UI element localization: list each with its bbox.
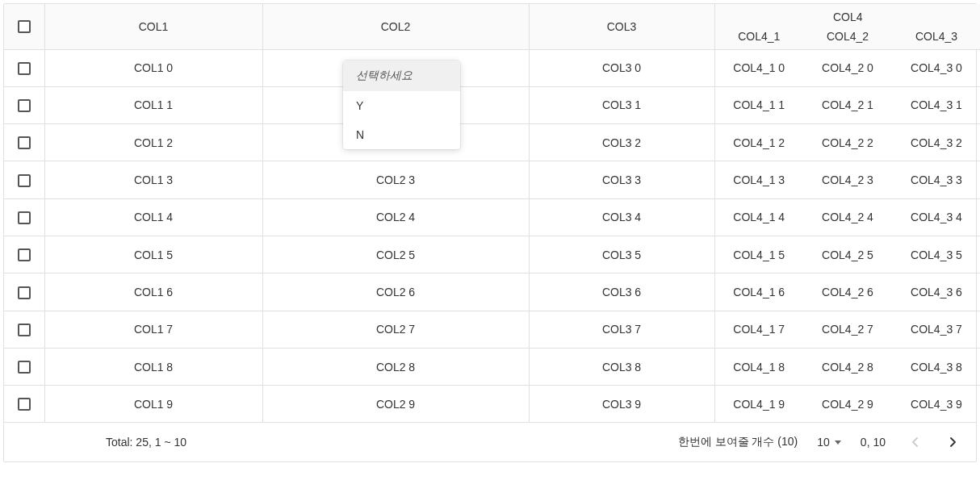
cell-col3: COL3 3 bbox=[529, 161, 714, 198]
cell-col2: COL2 3 bbox=[262, 161, 529, 198]
cell-col4_2: COL4_2 6 bbox=[803, 273, 892, 311]
cell-col4_2: COL4_2 9 bbox=[803, 386, 892, 423]
header-col4-1: COL4_1 bbox=[714, 27, 803, 49]
cell-col2: COL2 9 bbox=[262, 386, 529, 423]
cell-col4_1: COL4_1 7 bbox=[714, 311, 803, 348]
row-checkbox[interactable] bbox=[18, 211, 31, 224]
cell-col4_1: COL4_1 5 bbox=[714, 236, 803, 273]
prev-page-button[interactable] bbox=[905, 432, 924, 452]
cell-col3: COL3 2 bbox=[529, 124, 714, 161]
header-col1: COL1 bbox=[44, 4, 262, 49]
cell-col3: COL3 9 bbox=[529, 386, 714, 423]
row-checkbox[interactable] bbox=[18, 324, 31, 336]
row-checkbox-cell bbox=[4, 348, 44, 385]
row-checkbox[interactable] bbox=[18, 398, 31, 411]
cell-col3: COL3 7 bbox=[529, 311, 714, 348]
table-row: COL1 0COL3 0COL4_1 0COL4_2 0COL4_3 0 bbox=[4, 49, 980, 86]
row-checkbox-cell bbox=[4, 198, 44, 236]
table-footer: Total: 25, 1 ~ 10 한번에 보여줄 개수 (10) 10 0, … bbox=[4, 422, 976, 461]
page-size-select[interactable]: 10 bbox=[817, 436, 841, 449]
cell-col4_2: COL4_2 8 bbox=[803, 348, 892, 385]
cell-col1: COL1 6 bbox=[44, 273, 262, 311]
cell-col4_3: COL4_3 8 bbox=[892, 348, 980, 385]
cell-col4_3: COL4_3 3 bbox=[892, 161, 980, 198]
cell-col4_2: COL4_2 3 bbox=[803, 161, 892, 198]
cell-col4_1: COL4_1 1 bbox=[714, 86, 803, 123]
cell-col4_1: COL4_1 9 bbox=[714, 386, 803, 423]
col2-dropdown-menu: 선택하세요 YN bbox=[343, 61, 460, 149]
cell-col2: COL2 7 bbox=[262, 311, 529, 348]
cell-col1: COL1 2 bbox=[44, 124, 262, 161]
header-col4-group: COL4 bbox=[714, 4, 980, 27]
header-col4-3: COL4_3 bbox=[892, 27, 980, 49]
row-checkbox[interactable] bbox=[18, 99, 31, 112]
cell-col4_2: COL4_2 7 bbox=[803, 311, 892, 348]
chevron-left-icon bbox=[911, 437, 918, 447]
cell-col3: COL3 0 bbox=[529, 49, 714, 86]
cell-col1: COL1 4 bbox=[44, 198, 262, 236]
cell-col4_1: COL4_1 0 bbox=[714, 49, 803, 86]
cell-col1: COL1 3 bbox=[44, 161, 262, 198]
dropdown-arrow-icon bbox=[835, 440, 841, 445]
dropdown-option[interactable]: N bbox=[343, 120, 460, 149]
cell-col4_2: COL4_2 5 bbox=[803, 236, 892, 273]
cell-col3: COL3 8 bbox=[529, 348, 714, 385]
cell-col2: COL2 8 bbox=[262, 348, 529, 385]
row-checkbox-cell bbox=[4, 124, 44, 161]
cell-col4_3: COL4_3 7 bbox=[892, 311, 980, 348]
cell-col2: COL2 5 bbox=[262, 236, 529, 273]
row-checkbox-cell bbox=[4, 273, 44, 311]
header-col4-2: COL4_2 bbox=[803, 27, 892, 49]
data-table: COL1 COL2 COL3 COL4 COL4_1 COL4_2 COL4_3… bbox=[4, 4, 980, 422]
cell-col1: COL1 1 bbox=[44, 86, 262, 123]
row-checkbox-cell bbox=[4, 161, 44, 198]
next-page-button[interactable] bbox=[944, 432, 963, 452]
table-row: COL1 5COL2 5COL3 5COL4_1 5COL4_2 5COL4_3… bbox=[4, 236, 980, 273]
cell-col3: COL3 6 bbox=[529, 273, 714, 311]
select-all-checkbox[interactable] bbox=[18, 20, 31, 33]
table-row: COL1 4COL2 4COL3 4COL4_1 4COL4_2 4COL4_3… bbox=[4, 198, 980, 236]
row-checkbox-cell bbox=[4, 311, 44, 348]
cell-col4_3: COL4_3 6 bbox=[892, 273, 980, 311]
cell-col4_1: COL4_1 6 bbox=[714, 273, 803, 311]
header-checkbox-cell bbox=[4, 4, 44, 49]
dropdown-option[interactable]: Y bbox=[343, 91, 460, 120]
page-range: 0, 10 bbox=[861, 436, 886, 449]
cell-col2: COL2 6 bbox=[262, 273, 529, 311]
table-row: COL1 6COL2 6COL3 6COL4_1 6COL4_2 6COL4_3… bbox=[4, 273, 980, 311]
page-size-value: 10 bbox=[817, 436, 830, 449]
row-checkbox[interactable] bbox=[18, 62, 31, 75]
table-row: COL1 9COL2 9COL3 9COL4_1 9COL4_2 9COL4_3… bbox=[4, 386, 980, 423]
cell-col2: COL2 4 bbox=[262, 198, 529, 236]
cell-col3: COL3 4 bbox=[529, 198, 714, 236]
row-checkbox[interactable] bbox=[18, 286, 31, 299]
cell-col1: COL1 5 bbox=[44, 236, 262, 273]
table-row: COL1 2COL2 2COL3 2COL4_1 2COL4_2 2COL4_3… bbox=[4, 124, 980, 161]
table-row: COL1 1COL3 1COL4_1 1COL4_2 1COL4_3 1 bbox=[4, 86, 980, 123]
row-checkbox[interactable] bbox=[18, 136, 31, 149]
cell-col4_1: COL4_1 3 bbox=[714, 161, 803, 198]
cell-col4_1: COL4_1 4 bbox=[714, 198, 803, 236]
cell-col4_2: COL4_2 0 bbox=[803, 49, 892, 86]
cell-col4_3: COL4_3 2 bbox=[892, 124, 980, 161]
cell-col4_1: COL4_1 2 bbox=[714, 124, 803, 161]
row-checkbox[interactable] bbox=[18, 248, 31, 261]
row-checkbox-cell bbox=[4, 86, 44, 123]
cell-col4_2: COL4_2 2 bbox=[803, 124, 892, 161]
row-checkbox[interactable] bbox=[18, 361, 31, 374]
cell-col3: COL3 1 bbox=[529, 86, 714, 123]
cell-col4_3: COL4_3 4 bbox=[892, 198, 980, 236]
cell-col4_3: COL4_3 1 bbox=[892, 86, 980, 123]
table-row: COL1 7COL2 7COL3 7COL4_1 7COL4_2 7COL4_3… bbox=[4, 311, 980, 348]
cell-col1: COL1 8 bbox=[44, 348, 262, 385]
cell-col1: COL1 0 bbox=[44, 49, 262, 86]
cell-col4_3: COL4_3 9 bbox=[892, 386, 980, 423]
cell-col4_2: COL4_2 1 bbox=[803, 86, 892, 123]
cell-col4_3: COL4_3 5 bbox=[892, 236, 980, 273]
cell-col4_2: COL4_2 4 bbox=[803, 198, 892, 236]
header-col3: COL3 bbox=[529, 4, 714, 49]
table-row: COL1 3COL2 3COL3 3COL4_1 3COL4_2 3COL4_3… bbox=[4, 161, 980, 198]
dropdown-placeholder[interactable]: 선택하세요 bbox=[343, 61, 460, 91]
cell-col1: COL1 9 bbox=[44, 386, 262, 423]
row-checkbox[interactable] bbox=[18, 174, 31, 187]
